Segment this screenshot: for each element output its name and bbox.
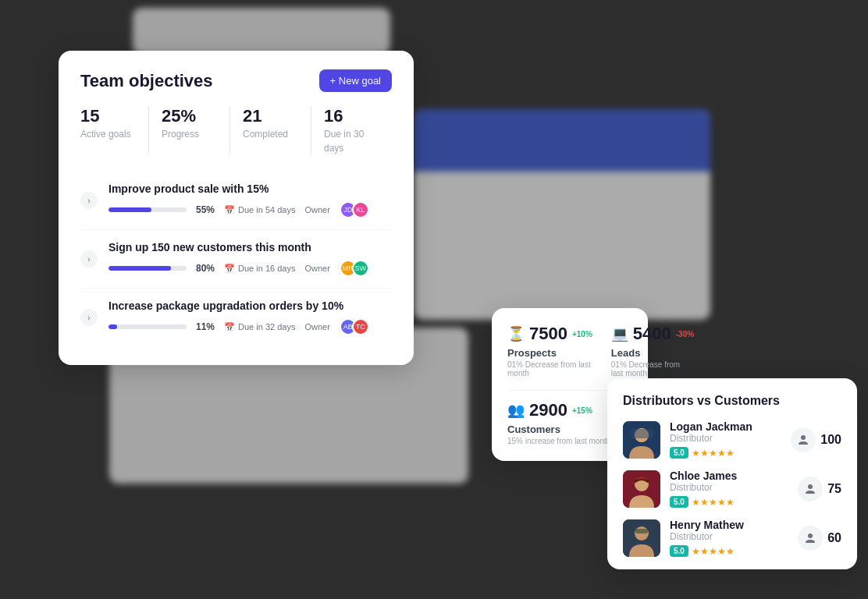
prospects-sublabel: 01% Decrease from last month (507, 360, 592, 377)
stat-completed: 21 Completed (243, 106, 311, 154)
progress-fill-1 (108, 207, 151, 212)
dist-role-henry: Distributor (670, 531, 788, 542)
due-date-2: 📅 Due in 16 days (224, 264, 295, 274)
stats-row: 15 Active goals 25% Progress 21 Complete… (80, 106, 392, 154)
leads-block: 💻 5400 -30% Leads 01% Decrease from last… (611, 324, 694, 377)
goal-content-3: Increase package upgradation orders by 1… (108, 300, 392, 335)
dist-name-logan: Logan Jackman (670, 420, 781, 433)
owner-label-2: Owner (304, 264, 329, 273)
owner-avatars-3: AB TC (340, 318, 369, 335)
progress-pct-1: 55% (196, 204, 215, 215)
dist-rating-chloe: 5.0 ★★★★★ (670, 496, 788, 508)
stat-label-due: Due in 30 days (324, 129, 364, 154)
dist-count-value-chloe: 75 (827, 482, 841, 496)
rating-badge-henry: 5.0 (670, 545, 688, 557)
user-icon-henry (798, 526, 823, 551)
dist-count-henry: 60 (798, 526, 841, 551)
svg-point-4 (801, 435, 806, 440)
dist-role-logan: Distributor (670, 433, 781, 444)
prospects-label: Prospects (507, 347, 592, 359)
card-header: Team objectives + New goal (80, 69, 392, 92)
dist-count-value-henry: 60 (827, 531, 841, 545)
leads-icon: 💻 (611, 325, 628, 342)
chloe-portrait-icon (623, 470, 660, 508)
prospects-main: ⏳ 7500 +10% (507, 324, 592, 344)
goal-chevron-1[interactable]: › (80, 192, 98, 209)
goal-title-1: Improve product sale with 15% (108, 183, 392, 195)
stat-value-completed: 21 (243, 106, 298, 126)
goal-content-1: Improve product sale with 15% 55% 📅 Due … (108, 183, 392, 218)
owner-avatar-d: SW (352, 260, 369, 277)
dist-info-henry: Henry Mathew Distributor 5.0 ★★★★★ (670, 519, 788, 557)
leads-badge: -30% (676, 330, 694, 338)
goal-item-1: › Improve product sale with 15% 55% 📅 Du… (80, 172, 392, 230)
dist-avatar-chloe (623, 470, 660, 508)
logan-portrait-icon (623, 421, 660, 459)
customers-badge: +15% (572, 406, 592, 415)
dist-rating-henry: 5.0 ★★★★★ (670, 545, 788, 557)
stat-label-completed: Completed (243, 129, 288, 140)
bg-card-middle (414, 109, 710, 320)
rating-badge-logan: 5.0 (670, 447, 688, 459)
progress-fill-3 (108, 324, 117, 329)
svg-point-7 (808, 484, 813, 489)
stat-due: 16 Due in 30 days (324, 106, 392, 154)
calendar-icon-2: 📅 (224, 264, 235, 274)
goal-title-3: Increase package upgradation orders by 1… (108, 300, 392, 312)
goal-chevron-2[interactable]: › (80, 250, 98, 268)
stat-active-goals: 15 Active goals (80, 106, 149, 154)
dist-name-chloe: Chloe James (670, 470, 788, 482)
svg-point-11 (808, 533, 813, 538)
prospects-value: 7500 (529, 324, 567, 344)
dist-info-chloe: Chloe James Distributor 5.0 ★★★★★ (670, 470, 788, 508)
owner-avatars-2: MR SW (340, 260, 369, 277)
user-icon-logan (791, 427, 816, 452)
dist-row-henry: Henry Mathew Distributor 5.0 ★★★★★ 60 (623, 519, 841, 557)
card-title: Team objectives (80, 71, 213, 91)
stars-logan: ★★★★★ (692, 448, 735, 459)
dist-avatar-logan (623, 421, 660, 459)
goal-meta-3: 11% 📅 Due in 32 days Owner AB TC (108, 318, 392, 335)
person-icon-2 (804, 483, 816, 495)
owner-label-1: Owner (304, 205, 329, 214)
progress-pct-3: 11% (196, 321, 215, 332)
owner-avatars-1: JD KL (340, 201, 369, 218)
customers-value: 2900 (529, 400, 567, 420)
leads-sublabel: 01% Decrease from last month (611, 360, 694, 377)
new-goal-button[interactable]: + New goal (319, 69, 392, 92)
goal-meta-2: 80% 📅 Due in 16 days Owner MR SW (108, 260, 392, 277)
progress-fill-2 (108, 266, 171, 271)
dist-name-henry: Henry Mathew (670, 519, 788, 531)
stat-value-progress: 25% (162, 106, 217, 126)
person-icon-3 (804, 532, 816, 544)
metrics-top-row: ⏳ 7500 +10% Prospects 01% Decrease from … (507, 324, 632, 377)
owner-avatar-f: TC (352, 318, 369, 335)
dist-count-logan: 100 (791, 427, 841, 452)
progress-bar-3 (108, 324, 187, 329)
leads-label: Leads (611, 347, 694, 359)
team-objectives-card: Team objectives + New goal 15 Active goa… (59, 51, 414, 365)
svg-rect-3 (631, 429, 653, 438)
leads-value: 5400 (633, 324, 671, 344)
henry-portrait-icon (623, 519, 660, 557)
bg-card-top (133, 8, 390, 55)
calendar-icon-3: 📅 (224, 322, 235, 332)
svg-rect-10 (635, 529, 648, 533)
dist-row-logan: Logan Jackman Distributor 5.0 ★★★★★ 100 (623, 420, 841, 459)
prospects-icon: ⏳ (507, 325, 525, 342)
dist-role-chloe: Distributor (670, 482, 788, 493)
progress-bar-1 (108, 207, 187, 212)
owner-label-3: Owner (304, 322, 329, 331)
calendar-icon-1: 📅 (224, 205, 235, 215)
goal-title-2: Sign up 150 new customers this month (108, 241, 392, 253)
goal-meta-1: 55% 📅 Due in 54 days Owner JD KL (108, 201, 392, 218)
dist-row-chloe: Chloe James Distributor 5.0 ★★★★★ 75 (623, 470, 841, 508)
stat-progress: 25% Progress (162, 106, 230, 154)
customers-icon: 👥 (507, 402, 525, 419)
stat-value-active: 15 (80, 106, 136, 126)
leads-main: 💻 5400 -30% (611, 324, 694, 344)
prospects-block: ⏳ 7500 +10% Prospects 01% Decrease from … (507, 324, 592, 377)
dist-info-logan: Logan Jackman Distributor 5.0 ★★★★★ (670, 420, 781, 459)
goal-item-3: › Increase package upgradation orders by… (80, 289, 392, 346)
goal-chevron-3[interactable]: › (80, 309, 98, 326)
